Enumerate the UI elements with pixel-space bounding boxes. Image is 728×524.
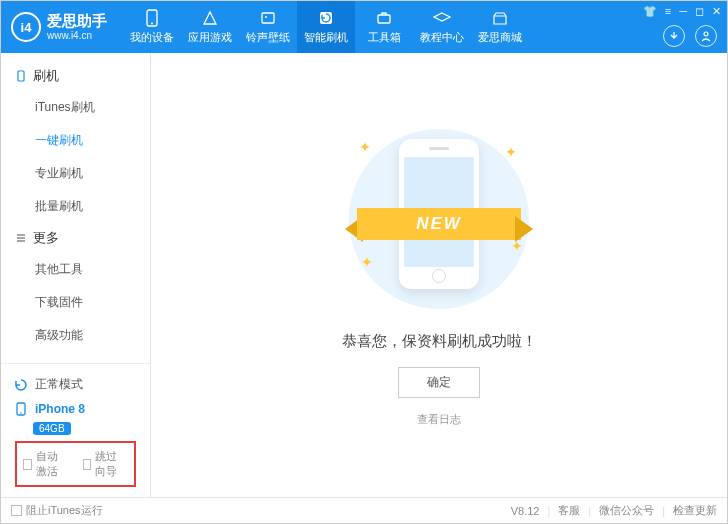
support-link[interactable]: 客服 bbox=[558, 503, 580, 518]
sidebar: 刷机 iTunes刷机 一键刷机 专业刷机 批量刷机 更多 其他工具 下载固件 … bbox=[1, 53, 151, 497]
nav-flash[interactable]: 智能刷机 bbox=[297, 1, 355, 53]
device-label: iPhone 8 bbox=[35, 402, 85, 416]
checkbox-icon bbox=[11, 505, 22, 516]
nav-tutorial[interactable]: 教程中心 bbox=[413, 1, 471, 53]
success-message: 恭喜您，保资料刷机成功啦！ bbox=[342, 332, 537, 351]
close-icon[interactable]: ✕ bbox=[712, 5, 721, 18]
svg-point-1 bbox=[151, 23, 153, 25]
phone-icon bbox=[15, 70, 27, 82]
header: i4 爱思助手 www.i4.cn 我的设备 应用游戏 铃声壁纸 智能刷机 bbox=[1, 1, 727, 53]
sidebar-item-advanced[interactable]: 高级功能 bbox=[1, 319, 150, 352]
app-name: 爱思助手 bbox=[47, 13, 107, 30]
menu-icon bbox=[15, 232, 27, 244]
svg-point-9 bbox=[20, 412, 22, 414]
minimize-icon[interactable]: ─ bbox=[679, 5, 687, 18]
svg-point-6 bbox=[704, 32, 708, 36]
sidebar-item-onekey[interactable]: 一键刷机 bbox=[1, 124, 150, 157]
storage-badge: 64GB bbox=[33, 422, 71, 435]
version-label: V8.12 bbox=[511, 505, 540, 517]
top-nav: 我的设备 应用游戏 铃声壁纸 智能刷机 工具箱 教程中心 bbox=[123, 1, 529, 53]
nav-store[interactable]: 爱思商城 bbox=[471, 1, 529, 53]
sidebar-item-itunes[interactable]: iTunes刷机 bbox=[1, 91, 150, 124]
update-link[interactable]: 检查更新 bbox=[673, 503, 717, 518]
svg-rect-2 bbox=[262, 13, 274, 23]
sidebar-item-firmware[interactable]: 下载固件 bbox=[1, 286, 150, 319]
download-icon[interactable] bbox=[663, 25, 685, 47]
mode-row[interactable]: 正常模式 bbox=[11, 372, 140, 397]
auto-activate-checkbox[interactable]: 自动激活 bbox=[23, 449, 69, 479]
device-row[interactable]: iPhone 8 bbox=[11, 397, 140, 421]
refresh-icon bbox=[13, 377, 29, 393]
wechat-link[interactable]: 微信公众号 bbox=[599, 503, 654, 518]
svg-rect-5 bbox=[378, 15, 390, 23]
window-controls: 👕 ≡ ─ ◻ ✕ bbox=[643, 5, 721, 18]
phone-icon bbox=[13, 401, 29, 417]
menu-icon[interactable]: ≡ bbox=[665, 5, 671, 18]
briefcase-icon bbox=[375, 9, 393, 27]
checkbox-icon bbox=[23, 459, 32, 470]
maximize-icon[interactable]: ◻ bbox=[695, 5, 704, 18]
sidebar-item-pro[interactable]: 专业刷机 bbox=[1, 157, 150, 190]
block-itunes-checkbox[interactable]: 阻止iTunes运行 bbox=[11, 503, 103, 518]
refresh-icon bbox=[317, 9, 335, 27]
new-ribbon: NEW bbox=[339, 202, 539, 246]
image-icon bbox=[259, 9, 277, 27]
svg-rect-7 bbox=[18, 71, 24, 81]
logo: i4 爱思助手 www.i4.cn bbox=[1, 12, 117, 42]
mode-label: 正常模式 bbox=[35, 376, 83, 393]
apps-icon bbox=[201, 9, 219, 27]
graduation-icon bbox=[433, 9, 451, 27]
nav-toolbox[interactable]: 工具箱 bbox=[355, 1, 413, 53]
app-url: www.i4.cn bbox=[47, 30, 107, 41]
main-content: ✦✦✦✦ NEW 恭喜您，保资料刷机成功啦！ 确定 查看日志 bbox=[151, 53, 727, 497]
svg-point-3 bbox=[265, 16, 267, 18]
nav-apps[interactable]: 应用游戏 bbox=[181, 1, 239, 53]
nav-device[interactable]: 我的设备 bbox=[123, 1, 181, 53]
logo-icon: i4 bbox=[11, 12, 41, 42]
sidebar-group-more: 更多 bbox=[1, 223, 150, 253]
options-highlight: 自动激活 跳过向导 bbox=[15, 441, 136, 487]
sidebar-item-batch[interactable]: 批量刷机 bbox=[1, 190, 150, 223]
skin-icon[interactable]: 👕 bbox=[643, 5, 657, 18]
checkbox-icon bbox=[83, 459, 92, 470]
footer: 阻止iTunes运行 V8.12 | 客服 | 微信公众号 | 检查更新 bbox=[1, 497, 727, 523]
ok-button[interactable]: 确定 bbox=[398, 367, 480, 398]
user-icon[interactable] bbox=[695, 25, 717, 47]
shop-icon bbox=[491, 9, 509, 27]
view-log-link[interactable]: 查看日志 bbox=[417, 412, 461, 427]
skip-guide-checkbox[interactable]: 跳过向导 bbox=[83, 449, 129, 479]
success-illustration: ✦✦✦✦ NEW bbox=[339, 124, 539, 314]
sidebar-group-flash: 刷机 bbox=[1, 61, 150, 91]
nav-ringtone[interactable]: 铃声壁纸 bbox=[239, 1, 297, 53]
sidebar-item-other[interactable]: 其他工具 bbox=[1, 253, 150, 286]
phone-icon bbox=[143, 9, 161, 27]
